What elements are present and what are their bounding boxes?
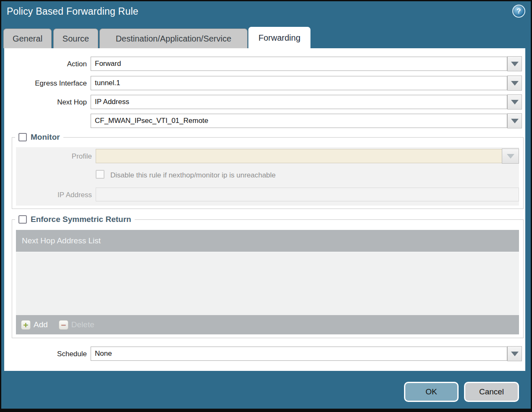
- dialog-title: Policy Based Forwarding Rule: [7, 6, 138, 17]
- next-hop-label: Next Hop: [11, 98, 87, 107]
- chevron-down-icon: [511, 119, 519, 123]
- next-hop-address-list-toolbar: + Add − Delete: [16, 315, 519, 334]
- next-hop-address-dropdown-button[interactable]: [507, 113, 522, 128]
- delete-button-label: Delete: [71, 320, 94, 329]
- chevron-down-icon: [511, 100, 519, 104]
- chevron-down-icon: [511, 62, 519, 66]
- disable-rule-label: Disable this rule if nexthop/monitor ip …: [110, 171, 276, 180]
- action-dropdown-button[interactable]: [507, 56, 522, 71]
- plus-icon: +: [21, 320, 31, 330]
- tab-label: Destination/Application/Service: [116, 34, 232, 44]
- tab-general[interactable]: General: [3, 29, 52, 48]
- action-label: Action: [11, 60, 87, 68]
- profile-dropdown-button[interactable]: [502, 149, 519, 164]
- next-hop-address-list-body[interactable]: [16, 252, 519, 315]
- tab-label: Forwarding: [258, 33, 300, 43]
- column-header-label: Next Hop Address List: [22, 236, 101, 245]
- profile-label: Profile: [16, 152, 92, 161]
- tab-label: Source: [63, 34, 89, 44]
- chevron-down-icon: [507, 154, 514, 159]
- egress-interface-select[interactable]: tunnel.1: [91, 76, 507, 90]
- action-select[interactable]: Forward: [91, 57, 507, 71]
- chevron-down-icon: [511, 352, 519, 356]
- monitor-ip-address-input[interactable]: [96, 188, 519, 201]
- monitor-ip-address-label: IP Address: [16, 191, 92, 199]
- symmetric-return-legend-label: Enforce Symmetric Return: [31, 215, 131, 224]
- chevron-down-icon: [511, 81, 519, 86]
- egress-interface-dropdown-button[interactable]: [507, 76, 522, 91]
- tab-destination-application-service[interactable]: Destination/Application/Service: [99, 29, 248, 48]
- egress-interface-label: Egress Interface: [11, 79, 87, 88]
- minus-icon: −: [59, 320, 68, 330]
- tab-forwarding[interactable]: Forwarding: [248, 27, 310, 49]
- ok-button[interactable]: OK: [404, 382, 459, 402]
- cancel-button[interactable]: Cancel: [464, 382, 519, 402]
- add-button-label: Add: [34, 320, 48, 329]
- schedule-label: Schedule: [11, 350, 87, 358]
- monitor-legend: Monitor: [15, 131, 63, 143]
- add-button[interactable]: + Add: [21, 320, 48, 330]
- help-icon[interactable]: ?: [512, 5, 525, 18]
- monitor-checkbox[interactable]: [18, 133, 27, 141]
- tab-source[interactable]: Source: [53, 29, 98, 48]
- tab-label: General: [13, 34, 42, 44]
- symmetric-return-legend: Enforce Symmetric Return: [15, 214, 135, 225]
- disable-rule-checkbox[interactable]: [96, 170, 104, 179]
- schedule-select[interactable]: None: [91, 347, 507, 361]
- next-hop-address-select[interactable]: CF_MWAN_IPsec_VTI_01_Remote: [91, 114, 507, 128]
- next-hop-address-list-header: Next Hop Address List: [16, 230, 519, 252]
- enforce-symmetric-return-checkbox[interactable]: [18, 215, 27, 224]
- schedule-dropdown-button[interactable]: [507, 346, 522, 361]
- delete-button[interactable]: − Delete: [59, 320, 94, 330]
- monitor-legend-label: Monitor: [31, 133, 60, 142]
- next-hop-dropdown-button[interactable]: [507, 94, 522, 110]
- next-hop-type-select[interactable]: IP Address: [91, 95, 507, 109]
- profile-select[interactable]: [96, 149, 502, 163]
